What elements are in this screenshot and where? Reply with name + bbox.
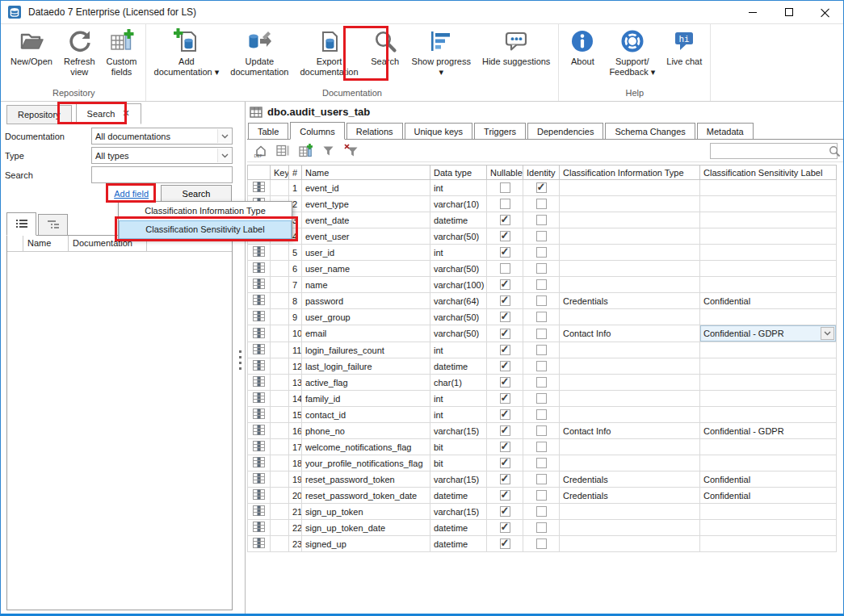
identity-checkbox[interactable] (536, 490, 547, 501)
column-header-identity[interactable]: Identity (523, 166, 560, 180)
data-type-cell[interactable]: varchar(50) (430, 325, 487, 342)
classification-sensitivity-label-cell[interactable] (700, 180, 837, 196)
classification-sensitivity-label-cell[interactable] (700, 358, 837, 375)
data-type-cell[interactable]: varchar(64) (430, 293, 487, 309)
column-header-key[interactable]: Key (271, 166, 289, 180)
data-type-cell[interactable]: varchar(15) (430, 504, 487, 520)
dep-button[interactable]: DEP (250, 142, 270, 160)
classification-information-type-cell[interactable] (560, 277, 700, 293)
classification-sensitivity-label-cell[interactable] (700, 228, 837, 245)
column-header-name[interactable]: Name (302, 166, 430, 180)
tab-schema-changes[interactable]: Schema Changes (605, 123, 695, 140)
grid-search-input[interactable] (711, 145, 829, 157)
data-type-cell[interactable]: varchar(15) (430, 423, 487, 439)
ribbon-button-search[interactable]: Search (364, 24, 406, 87)
name-cell[interactable]: password (302, 293, 430, 309)
nullable-checkbox[interactable] (500, 474, 510, 484)
name-cell[interactable]: name (302, 277, 430, 293)
menu-item-classification-information-type[interactable]: Classification Information Type (119, 202, 292, 220)
tab-unique-keys[interactable]: Unique keys (405, 123, 473, 140)
maximize-button[interactable] (771, 1, 807, 23)
classification-information-type-cell[interactable]: Credentials (560, 293, 700, 309)
identity-checkbox[interactable] (536, 522, 547, 533)
name-cell[interactable]: sign_up_token (302, 504, 430, 520)
classification-information-type-cell[interactable] (560, 245, 700, 261)
data-type-cell[interactable]: datetime (430, 520, 487, 536)
nullable-checkbox[interactable] (500, 231, 510, 241)
panel-splitter[interactable] (236, 102, 245, 614)
classification-sensitivity-label-cell[interactable] (700, 504, 837, 520)
sidebar-tab-repository[interactable]: Repository (6, 105, 72, 124)
data-type-cell[interactable]: char(1) (430, 375, 487, 391)
identity-checkbox[interactable] (536, 506, 547, 517)
nullable-checkbox[interactable] (500, 361, 510, 371)
data-type-cell[interactable]: datetime (430, 358, 487, 375)
nullable-checkbox[interactable] (500, 345, 510, 355)
name-cell[interactable]: event_user (302, 228, 430, 245)
classification-sensitivity-label-cell[interactable] (700, 342, 837, 358)
nullable-checkbox[interactable] (500, 377, 510, 388)
classification-sensitivity-label-cell[interactable] (700, 196, 837, 212)
nullable-checkbox[interactable] (500, 425, 510, 436)
close-button[interactable] (807, 1, 843, 23)
identity-checkbox[interactable] (536, 312, 547, 322)
name-cell[interactable]: user_group (302, 309, 430, 325)
add-field-link[interactable]: Add field (114, 189, 149, 199)
classification-information-type-cell[interactable] (560, 455, 700, 471)
classification-information-type-cell[interactable] (560, 196, 700, 212)
ribbon-button-live-chat[interactable]: hiLive chat (661, 24, 708, 87)
tab-dependencies[interactable]: Dependencies (527, 123, 603, 140)
search-input[interactable] (91, 166, 233, 183)
column-header-nullable[interactable]: Nullable (487, 166, 523, 180)
identity-checkbox[interactable] (536, 231, 547, 241)
identity-checkbox[interactable] (536, 474, 547, 484)
results-tree-view-tab[interactable] (38, 214, 68, 236)
ribbon-button-hide-suggestions[interactable]: Hide suggestions (477, 24, 556, 87)
name-cell[interactable]: active_flag (302, 375, 430, 391)
classification-information-type-cell[interactable] (560, 375, 700, 391)
add-column-button[interactable] (296, 142, 315, 160)
classification-information-type-cell[interactable] (560, 407, 700, 423)
classification-information-type-cell[interactable] (560, 439, 700, 455)
filter-button[interactable] (318, 142, 338, 160)
name-cell[interactable]: reset_password_token (302, 471, 430, 488)
classification-information-type-cell[interactable] (560, 228, 700, 245)
classification-information-type-cell[interactable] (560, 180, 700, 196)
sidebar-search-button[interactable]: Search (161, 185, 232, 203)
classification-information-type-cell[interactable] (560, 391, 700, 407)
classification-information-type-cell[interactable] (560, 504, 700, 520)
results-list-view-tab[interactable] (6, 212, 36, 236)
data-type-cell[interactable]: varchar(50) (430, 261, 487, 277)
clear-filter-button[interactable] (341, 142, 360, 160)
nullable-checkbox[interactable] (500, 538, 510, 549)
nullable-checkbox[interactable] (500, 393, 510, 404)
column-header-icon[interactable] (248, 166, 271, 180)
tab-metadata[interactable]: Metadata (697, 123, 754, 140)
classification-sensitivity-label-cell[interactable] (700, 520, 837, 536)
data-type-cell[interactable]: datetime (430, 536, 487, 552)
minimize-button[interactable] (734, 1, 771, 23)
identity-checkbox[interactable] (536, 458, 547, 468)
classification-information-type-cell[interactable]: Credentials (560, 471, 700, 488)
nullable-checkbox[interactable] (500, 215, 510, 225)
data-type-cell[interactable]: int (430, 391, 487, 407)
identity-checkbox[interactable] (536, 377, 547, 388)
data-type-cell[interactable]: int (430, 245, 487, 261)
menu-item-classification-sensitivity-label[interactable]: Classification Sensitivity Label (119, 220, 292, 239)
identity-checkbox[interactable] (536, 295, 547, 306)
nullable-checkbox[interactable] (500, 409, 510, 420)
results-column-header-name[interactable]: Name (23, 236, 69, 252)
classification-sensitivity-label-cell[interactable]: Confidential (700, 293, 837, 309)
classification-sensitivity-label-cell[interactable] (700, 536, 837, 552)
ribbon-button-refresh-view[interactable]: Refresh view (58, 24, 101, 87)
name-cell[interactable]: sign_up_token_date (302, 520, 430, 536)
name-cell[interactable]: user_id (302, 245, 430, 261)
identity-checkbox[interactable] (536, 409, 547, 420)
classification-sensitivity-label-cell[interactable] (700, 439, 837, 455)
nullable-checkbox[interactable] (500, 506, 510, 517)
ribbon-button-new-open[interactable]: New/Open (5, 24, 58, 87)
identity-checkbox[interactable] (536, 279, 547, 290)
data-type-cell[interactable]: varchar(100) (430, 277, 487, 293)
classification-sensitivity-label-cell[interactable]: Confidential - GDPR (700, 423, 837, 439)
identity-checkbox[interactable] (536, 361, 547, 371)
